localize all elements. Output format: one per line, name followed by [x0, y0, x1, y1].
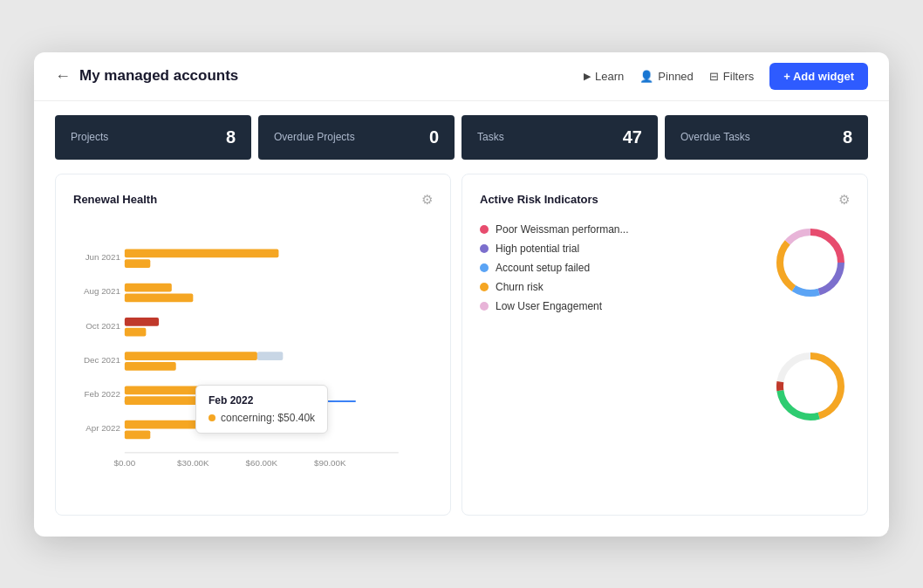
- svg-text:Dec 2021: Dec 2021: [84, 354, 120, 364]
- svg-rect-10: [125, 317, 159, 325]
- donut-chart-1: [771, 223, 850, 302]
- svg-rect-6: [125, 249, 279, 257]
- risk-dot-4: [480, 283, 489, 291]
- risk-item-2: High potential trial: [480, 243, 629, 255]
- risk-dot-3: [480, 263, 489, 272]
- stat-tasks-label: Tasks: [477, 131, 504, 143]
- header: ← My managed accounts ▶ Learn 👤 Pinned ⊟…: [34, 52, 889, 101]
- risk-label-1: Poor Weissman performan...: [496, 223, 629, 236]
- risk-label-5: Low User Engagement: [496, 300, 602, 312]
- svg-rect-19: [125, 420, 206, 428]
- risk-item-4: Churn risk: [480, 281, 629, 293]
- stat-projects-value: 8: [226, 127, 236, 147]
- svg-rect-11: [125, 327, 147, 336]
- stat-overdue-tasks-value: 8: [843, 127, 852, 147]
- header-right: ▶ Learn 👤 Pinned ⊟ Filters + Add widget: [584, 63, 868, 90]
- svg-rect-12: [125, 352, 257, 360]
- active-risk-settings-icon[interactable]: ⚙: [838, 192, 850, 208]
- svg-rect-20: [125, 430, 150, 439]
- app-window: ← My managed accounts ▶ Learn 👤 Pinned ⊟…: [34, 52, 889, 537]
- risk-dot-5: [480, 302, 489, 311]
- filter-icon: ⊟: [709, 70, 719, 83]
- stat-overdue-tasks-label: Overdue Tasks: [680, 131, 750, 143]
- learn-button[interactable]: ▶ Learn: [584, 70, 624, 83]
- risk-dot-2: [480, 244, 489, 253]
- svg-text:$60.00K: $60.00K: [246, 457, 278, 467]
- risk-indicators-list: Poor Weissman performan... High potentia…: [480, 223, 629, 312]
- tooltip-row: concerning: $50.40k: [209, 412, 315, 424]
- chart-svg: Jun 2021 Aug 2021 Oct 2021 Dec 2021 Feb …: [73, 223, 433, 494]
- pin-icon: 👤: [639, 70, 653, 83]
- svg-text:$0.00: $0.00: [114, 457, 136, 467]
- svg-text:Oct 2021: Oct 2021: [85, 320, 120, 330]
- tooltip-title: Feb 2022: [209, 394, 315, 407]
- back-button[interactable]: ←: [55, 67, 71, 85]
- svg-rect-8: [125, 283, 172, 291]
- stat-tasks-value: 47: [623, 127, 642, 147]
- donut-chart-2: [771, 347, 850, 426]
- active-risk-header: Active Risk Indicators ⚙: [480, 192, 850, 208]
- stat-overdue-projects: Overdue Projects 0: [258, 115, 455, 160]
- stats-row: Projects 8 Overdue Projects 0 Tasks 47 O…: [34, 101, 889, 174]
- stat-overdue-projects-label: Overdue Projects: [274, 131, 355, 143]
- risk-item-1: Poor Weissman performan...: [480, 223, 629, 236]
- filters-button[interactable]: ⊟ Filters: [709, 70, 754, 83]
- svg-rect-9: [125, 293, 193, 302]
- svg-text:Jun 2021: Jun 2021: [85, 252, 120, 262]
- page-title: My managed accounts: [79, 67, 238, 85]
- main-content: Renewal Health ⚙ Jun 2021 Aug 2021 Oct 2…: [34, 174, 889, 537]
- risk-item-3: Account setup failed: [480, 262, 629, 274]
- svg-rect-14: [125, 361, 176, 370]
- svg-text:Aug 2021: Aug 2021: [84, 286, 120, 296]
- renewal-health-chart: Jun 2021 Aug 2021 Oct 2021 Dec 2021 Feb …: [73, 223, 433, 497]
- stat-tasks: Tasks 47: [462, 115, 658, 160]
- stat-overdue-projects-value: 0: [429, 127, 439, 147]
- renewal-health-header: Renewal Health ⚙: [73, 192, 433, 208]
- active-risk-panel: Active Risk Indicators ⚙ Poor Weissman p…: [462, 174, 868, 516]
- stat-projects-label: Projects: [71, 131, 108, 143]
- renewal-health-panel: Renewal Health ⚙ Jun 2021 Aug 2021 Oct 2…: [55, 174, 451, 516]
- tooltip-label: concerning: $50.40k: [221, 412, 315, 424]
- renewal-health-settings-icon[interactable]: ⚙: [421, 192, 433, 208]
- stat-projects: Projects 8: [55, 115, 251, 160]
- pinned-button[interactable]: 👤 Pinned: [639, 70, 693, 83]
- risk-item-5: Low User Engagement: [480, 300, 629, 312]
- svg-text:$90.00K: $90.00K: [314, 457, 346, 467]
- active-risk-title: Active Risk Indicators: [480, 193, 598, 206]
- renewal-health-title: Renewal Health: [73, 193, 157, 206]
- play-icon: ▶: [584, 71, 591, 82]
- svg-text:$30.00K: $30.00K: [177, 457, 209, 467]
- risk-dot-1: [480, 225, 489, 234]
- svg-text:Feb 2022: Feb 2022: [85, 389, 120, 399]
- add-widget-button[interactable]: + Add widget: [769, 63, 868, 90]
- svg-text:Apr 2022: Apr 2022: [85, 423, 120, 433]
- svg-rect-13: [257, 352, 283, 360]
- stat-overdue-tasks: Overdue Tasks 8: [665, 115, 868, 160]
- header-left: ← My managed accounts: [55, 67, 238, 85]
- risk-label-4: Churn risk: [496, 281, 544, 293]
- risk-label-2: High potential trial: [496, 243, 579, 255]
- chart-tooltip: Feb 2022 concerning: $50.40k: [195, 385, 328, 434]
- tooltip-dot: [209, 414, 215, 421]
- svg-rect-7: [125, 259, 150, 268]
- risk-label-3: Account setup failed: [496, 262, 590, 274]
